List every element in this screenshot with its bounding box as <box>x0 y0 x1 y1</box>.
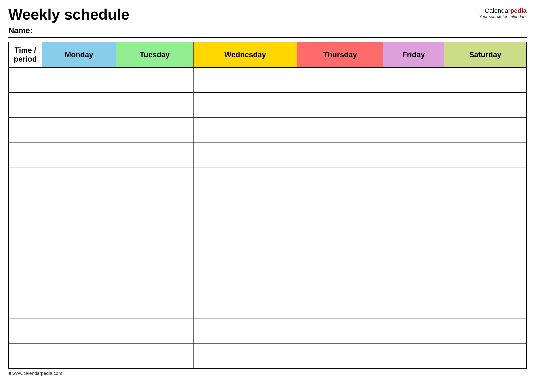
table-cell[interactable] <box>42 193 116 218</box>
table-cell[interactable] <box>297 293 383 318</box>
footer: ■ www.calendarpedia.com <box>8 371 527 376</box>
table-cell[interactable] <box>42 293 116 318</box>
table-cell[interactable] <box>444 293 526 318</box>
table-cell[interactable] <box>444 67 526 93</box>
table-row <box>9 218 526 243</box>
col-header-time: Time / period <box>9 42 42 67</box>
table-cell[interactable] <box>42 343 116 368</box>
table-cell[interactable] <box>116 193 193 218</box>
table-cell[interactable] <box>444 193 526 218</box>
table-cell[interactable] <box>297 143 383 168</box>
table-cell[interactable] <box>383 218 444 243</box>
table-row <box>9 293 526 318</box>
table-cell[interactable] <box>193 218 297 243</box>
table-row <box>9 343 526 368</box>
table-cell[interactable] <box>297 243 383 268</box>
table-cell[interactable] <box>116 168 193 193</box>
table-cell[interactable] <box>193 93 297 118</box>
table-cell[interactable] <box>42 143 116 168</box>
table-cell[interactable] <box>193 118 297 143</box>
table-cell[interactable] <box>116 218 193 243</box>
table-cell[interactable] <box>9 118 42 143</box>
table-cell[interactable] <box>193 168 297 193</box>
table-cell[interactable] <box>383 318 444 343</box>
table-cell[interactable] <box>383 118 444 143</box>
table-cell[interactable] <box>116 243 193 268</box>
table-cell[interactable] <box>383 93 444 118</box>
table-cell[interactable] <box>9 318 42 343</box>
table-cell[interactable] <box>9 93 42 118</box>
table-cell[interactable] <box>9 243 42 268</box>
table-cell[interactable] <box>116 67 193 93</box>
table-cell[interactable] <box>297 67 383 93</box>
table-row <box>9 143 526 168</box>
table-cell[interactable] <box>383 193 444 218</box>
table-cell[interactable] <box>193 343 297 368</box>
table-cell[interactable] <box>383 243 444 268</box>
table-cell[interactable] <box>383 293 444 318</box>
table-cell[interactable] <box>444 118 526 143</box>
table-row <box>9 67 526 93</box>
schedule-table: Time / period Monday Tuesday Wednesday T… <box>8 42 527 369</box>
table-cell[interactable] <box>297 118 383 143</box>
title-area: Weekly schedule Name: <box>8 6 129 35</box>
table-cell[interactable] <box>444 343 526 368</box>
table-cell[interactable] <box>9 168 42 193</box>
table-cell[interactable] <box>9 343 42 368</box>
logo-pedia-text: pedia <box>510 7 527 14</box>
table-cell[interactable] <box>116 293 193 318</box>
table-cell[interactable] <box>193 67 297 93</box>
table-cell[interactable] <box>383 343 444 368</box>
table-cell[interactable] <box>116 268 193 293</box>
table-cell[interactable] <box>42 318 116 343</box>
table-cell[interactable] <box>193 143 297 168</box>
page-title: Weekly schedule <box>8 6 129 23</box>
table-cell[interactable] <box>9 268 42 293</box>
table-cell[interactable] <box>42 268 116 293</box>
table-row <box>9 118 526 143</box>
table-cell[interactable] <box>297 168 383 193</box>
table-cell[interactable] <box>383 268 444 293</box>
col-header-thursday: Thursday <box>297 42 383 67</box>
footer-url-text: www.calendarpedia.com <box>12 371 62 376</box>
table-cell[interactable] <box>116 143 193 168</box>
table-cell[interactable] <box>9 193 42 218</box>
table-cell[interactable] <box>444 268 526 293</box>
table-cell[interactable] <box>42 218 116 243</box>
table-cell[interactable] <box>193 193 297 218</box>
table-cell[interactable] <box>116 318 193 343</box>
table-cell[interactable] <box>297 318 383 343</box>
name-label: Name: <box>8 26 129 35</box>
table-cell[interactable] <box>42 67 116 93</box>
table-cell[interactable] <box>193 293 297 318</box>
table-cell[interactable] <box>444 243 526 268</box>
table-cell[interactable] <box>116 343 193 368</box>
table-cell[interactable] <box>444 318 526 343</box>
table-cell[interactable] <box>9 218 42 243</box>
table-cell[interactable] <box>444 93 526 118</box>
table-cell[interactable] <box>116 118 193 143</box>
table-cell[interactable] <box>193 243 297 268</box>
table-cell[interactable] <box>9 293 42 318</box>
table-cell[interactable] <box>444 143 526 168</box>
table-cell[interactable] <box>42 93 116 118</box>
table-cell[interactable] <box>297 93 383 118</box>
table-cell[interactable] <box>444 218 526 243</box>
table-cell[interactable] <box>193 318 297 343</box>
table-cell[interactable] <box>42 168 116 193</box>
table-cell[interactable] <box>9 143 42 168</box>
table-cell[interactable] <box>9 67 42 93</box>
table-cell[interactable] <box>42 118 116 143</box>
table-cell[interactable] <box>116 93 193 118</box>
table-cell[interactable] <box>42 243 116 268</box>
table-cell[interactable] <box>383 67 444 93</box>
table-header-row: Time / period Monday Tuesday Wednesday T… <box>9 42 526 67</box>
table-cell[interactable] <box>383 143 444 168</box>
table-cell[interactable] <box>444 168 526 193</box>
table-cell[interactable] <box>297 343 383 368</box>
table-cell[interactable] <box>297 268 383 293</box>
table-cell[interactable] <box>297 218 383 243</box>
table-cell[interactable] <box>193 268 297 293</box>
table-cell[interactable] <box>383 168 444 193</box>
table-cell[interactable] <box>297 193 383 218</box>
